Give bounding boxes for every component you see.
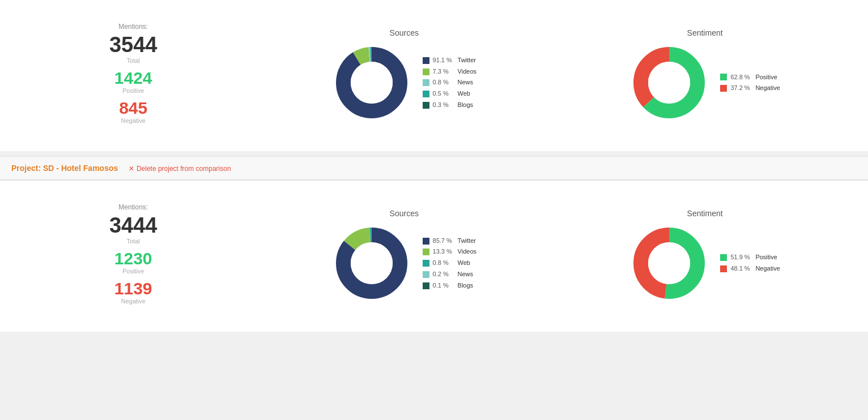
videos-color-1 (423, 68, 429, 75)
twitter-name-2: Twitter (458, 235, 476, 247)
negative-sub-2: Negative (99, 298, 167, 305)
videos-pct-1: 7.3 % (433, 66, 454, 78)
sentiment-donut-area-2: 51.9 % Positive 48.1 % Negative (629, 224, 780, 303)
legend-item-news-2: 0.2 % News (423, 269, 476, 280)
positive-count-2: 1230 (99, 249, 167, 268)
delete-x-icon: ✕ (129, 165, 134, 173)
news-name-2: News (458, 269, 474, 280)
legend-item-news-1: 0.8 % News (423, 77, 476, 88)
blogs-color-1 (423, 102, 429, 109)
legend-item-twitter-2: 85.7 % Twitter (423, 235, 476, 247)
dashboard-row-1: Mentions: 3544 Total 1424 Positive 845 N… (11, 17, 857, 134)
sources-section-1: Sources (332, 28, 476, 122)
blogs-pct-2: 0.1 % (433, 280, 454, 292)
dashboard-row-2: Mentions: 3444 Total 1230 Positive 1139 … (11, 198, 857, 315)
negative-count-2: 1139 (99, 279, 167, 298)
total-count-2: 3444 (99, 214, 167, 238)
sources-legend-1: 91.1 % Twitter 7.3 % Videos 0.8 % News (423, 55, 476, 111)
legend-item-blogs-1: 0.3 % Blogs (423, 100, 476, 111)
videos-pct-2: 13.3 % (433, 246, 454, 258)
legend-item-videos-1: 7.3 % Videos (423, 66, 476, 78)
videos-color-2 (423, 248, 429, 255)
sources-title-2: Sources (332, 209, 476, 218)
legend-item-web-2: 0.8 % Web (423, 258, 476, 269)
videos-name-1: Videos (458, 66, 476, 78)
sources-title-1: Sources (332, 28, 476, 37)
news-pct-1: 0.8 % (433, 77, 454, 88)
legend-item-videos-2: 13.3 % Videos (423, 246, 476, 258)
web-pct-2: 0.8 % (433, 258, 454, 269)
negative-color-2 (720, 265, 727, 272)
svg-point-8 (648, 62, 690, 104)
blogs-pct-1: 0.3 % (433, 100, 454, 111)
legend-positive-1: 62.8 % Positive (720, 72, 780, 83)
delete-label: Delete project from comparison (137, 165, 231, 173)
positive-color-1 (720, 74, 727, 80)
svg-point-5 (351, 62, 393, 104)
sentiment-title-1: Sentiment (629, 28, 780, 37)
sentiment-donut-1 (629, 43, 709, 122)
svg-point-17 (648, 242, 690, 284)
sources-donut-area-2: 85.7 % Twitter 13.3 % Videos 0.8 % Web (332, 224, 476, 303)
sources-donut-area-1: 91.1 % Twitter 7.3 % Videos 0.8 % News (332, 43, 476, 122)
sources-section-2: Sources (332, 209, 476, 303)
news-color-1 (423, 79, 429, 86)
positive-sub-2: Positive (99, 268, 167, 275)
twitter-color-2 (423, 238, 429, 245)
mentions-section-1: Mentions: 3544 Total 1424 Positive 845 N… (88, 17, 178, 134)
positive-pct-1: 62.8 % (730, 72, 752, 83)
mentions-section-2: Mentions: 3444 Total 1230 Positive 1139 … (88, 198, 178, 315)
positive-pct-2: 51.9 % (730, 252, 752, 263)
positive-count-1: 1424 (99, 68, 167, 87)
total-sub-2: Total (99, 238, 167, 245)
legend-positive-2: 51.9 % Positive (720, 252, 780, 263)
total-sub-1: Total (99, 57, 167, 64)
web-name-1: Web (458, 88, 470, 100)
news-pct-2: 0.2 % (433, 269, 454, 280)
twitter-pct-2: 85.7 % (433, 235, 454, 247)
positive-label-1: Positive (755, 72, 777, 83)
mentions-label-2: Mentions: (99, 203, 167, 211)
legend-negative-1: 37.2 % Negative (720, 83, 780, 94)
negative-label-1: Negative (755, 83, 780, 94)
negative-pct-2: 48.1 % (730, 263, 752, 275)
negative-label-2: Negative (755, 263, 780, 275)
panel-1: Mentions: 3544 Total 1424 Positive 845 N… (0, 0, 868, 151)
positive-sub-1: Positive (99, 87, 167, 94)
sentiment-title-2: Sentiment (629, 209, 780, 218)
legend-item-web-1: 0.5 % Web (423, 88, 476, 100)
sources-donut-1 (332, 43, 411, 122)
sources-legend-2: 85.7 % Twitter 13.3 % Videos 0.8 % Web (423, 235, 476, 292)
blogs-name-2: Blogs (458, 280, 474, 292)
videos-name-2: Videos (458, 246, 476, 258)
svg-point-14 (351, 242, 393, 284)
positive-label-2: Positive (755, 252, 777, 263)
news-color-2 (423, 271, 429, 278)
negative-count-1: 845 (99, 98, 167, 117)
web-color-1 (423, 91, 429, 97)
sentiment-section-2: Sentiment 51.9 % Positive (629, 209, 780, 303)
negative-pct-1: 37.2 % (730, 83, 752, 94)
legend-item-twitter-1: 91.1 % Twitter (423, 55, 476, 66)
blogs-name-1: Blogs (458, 100, 474, 111)
legend-negative-2: 48.1 % Negative (720, 263, 780, 275)
delete-project-link[interactable]: ✕Delete project from comparison (129, 165, 231, 173)
mentions-label-1: Mentions: (99, 23, 167, 31)
sentiment-section-1: Sentiment 62.8 % Positive (629, 28, 780, 122)
sources-donut-2 (332, 224, 411, 303)
sentiment-donut-2 (629, 224, 709, 303)
total-count-1: 3544 (99, 33, 167, 57)
twitter-color-1 (423, 57, 429, 64)
negative-sub-1: Negative (99, 117, 167, 124)
twitter-pct-1: 91.1 % (433, 55, 454, 66)
project-header: Project: SD - Hotel Famosos ✕Delete proj… (0, 157, 868, 181)
panel-2: Mentions: 3444 Total 1230 Positive 1139 … (0, 181, 868, 332)
news-name-1: News (458, 77, 474, 88)
project-title: Project: SD - Hotel Famosos (11, 164, 118, 173)
web-pct-1: 0.5 % (433, 88, 454, 100)
negative-color-1 (720, 85, 727, 92)
twitter-name-1: Twitter (458, 55, 476, 66)
web-name-2: Web (458, 258, 470, 269)
positive-color-2 (720, 254, 727, 261)
sentiment-legend-2: 51.9 % Positive 48.1 % Negative (720, 252, 780, 275)
